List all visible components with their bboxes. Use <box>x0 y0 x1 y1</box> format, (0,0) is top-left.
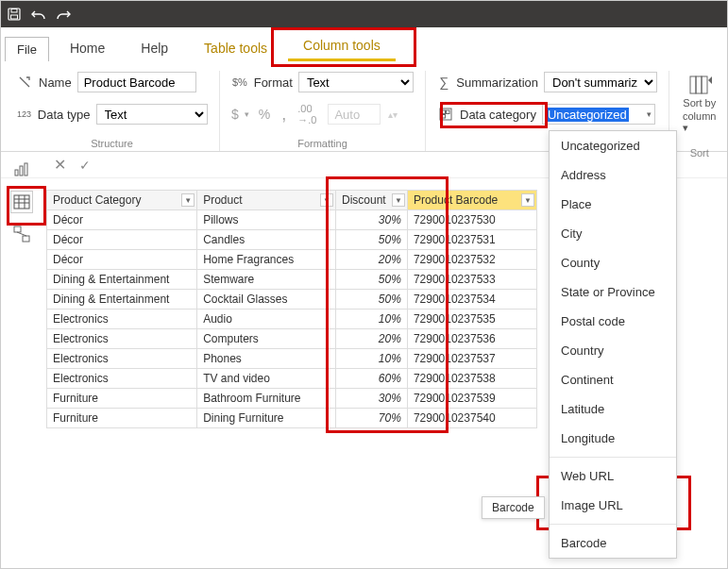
table-cell: 50% <box>336 270 408 290</box>
name-input[interactable] <box>77 72 196 92</box>
redo-icon[interactable] <box>56 7 71 22</box>
dropdown-item[interactable]: Image URL <box>550 491 676 520</box>
table-cell: Electronics <box>47 310 197 329</box>
table-row[interactable]: ElectronicsTV and video60%7290010237538 <box>47 369 537 389</box>
dropdown-item[interactable]: Uncategorized <box>550 131 676 160</box>
format-icon: $% <box>231 74 248 91</box>
column-filter-icon[interactable]: ▼ <box>521 193 534 207</box>
dropdown-item[interactable]: Postal code <box>550 307 676 336</box>
dropdown-item[interactable]: Continent <box>550 365 676 394</box>
table-cell: 10% <box>336 349 408 369</box>
table-row[interactable]: FurnitureDining Furniture70%729001023754… <box>47 409 537 428</box>
table-cell: Dining & Entertainment <box>47 290 197 310</box>
column-filter-icon[interactable]: ▼ <box>320 193 333 207</box>
svg-rect-2 <box>11 15 18 19</box>
table-cell: 20% <box>336 250 408 270</box>
column-header[interactable]: Product Barcode▼ <box>407 191 536 210</box>
summarization-select[interactable]: Don't summarize <box>544 72 657 92</box>
data-view-icon[interactable] <box>10 191 33 213</box>
file-menu[interactable]: File <box>5 37 49 61</box>
dropdown-item[interactable]: State or Province <box>550 277 676 307</box>
table-cell: Stemware <box>197 270 336 290</box>
svg-rect-1 <box>11 9 17 13</box>
dropdown-item-barcode[interactable]: Barcode <box>550 528 676 558</box>
table-row[interactable]: DécorPillows30%7290010237530 <box>47 210 537 230</box>
table-row[interactable]: Dining & EntertainmentCocktail Glasses50… <box>47 290 537 310</box>
svg-rect-0 <box>8 8 20 20</box>
table-cell: Dining & Entertainment <box>47 270 197 290</box>
column-header[interactable]: Discount▼ <box>336 191 408 210</box>
table-row[interactable]: DécorCandles50%7290010237531 <box>47 230 537 250</box>
dropdown-item[interactable]: Country <box>550 336 676 365</box>
svg-rect-10 <box>15 170 18 176</box>
column-header[interactable]: Product▼ <box>197 191 336 210</box>
percent-button[interactable]: % <box>259 107 270 122</box>
dropdown-item[interactable]: Place <box>550 190 676 219</box>
tab-table-tools[interactable]: Table tools <box>189 35 282 61</box>
table-cell: Candles <box>197 230 336 250</box>
comma-button[interactable]: , <box>281 110 286 118</box>
table-row[interactable]: Dining & EntertainmentStemware50%7290010… <box>47 270 537 290</box>
table-cell: 7290010237535 <box>407 310 536 329</box>
summarization-label: Summarization <box>456 75 538 90</box>
currency-button[interactable]: $ <box>231 107 239 122</box>
format-label: Format <box>254 75 293 90</box>
group-sort-label: Sort <box>690 147 709 160</box>
sort-icon <box>686 75 713 95</box>
dropdown-item[interactable]: Latitude <box>550 394 676 424</box>
table-cell: Décor <box>47 230 197 250</box>
tab-column-tools[interactable]: Column tools <box>288 32 396 61</box>
table-cell: 70% <box>336 409 408 428</box>
table-row[interactable]: ElectronicsPhones10%7290010237537 <box>47 349 537 369</box>
sort-by-column-button[interactable]: Sort by column ▾ <box>681 71 718 138</box>
format-select[interactable]: Text <box>298 72 414 92</box>
save-icon[interactable] <box>7 7 22 22</box>
datatype-label: Data type <box>38 108 91 122</box>
datatype-icon: 123 <box>16 106 32 123</box>
formula-commit-icon[interactable]: ✓ <box>79 158 91 173</box>
table-cell: 20% <box>336 329 408 349</box>
table-cell: Furniture <box>47 389 197 409</box>
tab-help[interactable]: Help <box>126 35 183 61</box>
table-row[interactable]: FurnitureBathroom Furniture30%7290010237… <box>47 389 537 409</box>
category-select[interactable]: Uncategorized ▾ <box>542 104 655 125</box>
tab-home[interactable]: Home <box>55 35 120 61</box>
auto-input[interactable] <box>328 104 381 125</box>
table-row[interactable]: DécorHome Fragrances20%7290010237532 <box>47 250 537 270</box>
table-cell: Electronics <box>47 329 197 349</box>
model-view-icon[interactable] <box>10 223 33 245</box>
table-cell: 7290010237537 <box>407 349 536 369</box>
table-cell: Electronics <box>47 369 197 389</box>
table-cell: 50% <box>336 230 408 250</box>
dropdown-item[interactable]: Web URL <box>550 461 676 491</box>
data-table: Product Category▼Product▼Discount▼Produc… <box>46 190 537 428</box>
dropdown-separator <box>550 457 676 458</box>
category-icon <box>437 106 454 123</box>
svg-rect-9 <box>702 76 707 93</box>
report-view-icon[interactable] <box>10 159 33 181</box>
decimal-button[interactable]: .00→.0 <box>297 103 316 126</box>
table-row[interactable]: ElectronicsAudio10%7290010237535 <box>47 310 537 329</box>
category-value: Uncategorized <box>546 108 629 122</box>
formula-discard-icon[interactable]: ✕ <box>54 156 66 174</box>
table-cell: 7290010237536 <box>407 329 536 349</box>
table-row[interactable]: ElectronicsComputers20%7290010237536 <box>47 329 537 349</box>
datatype-select[interactable]: Text <box>96 104 209 125</box>
dropdown-item[interactable]: City <box>550 219 676 248</box>
group-sort: Sort by column ▾ Sort <box>681 71 728 151</box>
group-structure-label: Structure <box>16 138 208 151</box>
column-header[interactable]: Product Category▼ <box>47 191 197 210</box>
table-cell: Dining Furniture <box>197 409 336 428</box>
svg-rect-4 <box>442 110 446 114</box>
undo-icon[interactable] <box>31 7 46 22</box>
dropdown-item[interactable]: Address <box>550 160 676 190</box>
column-filter-icon[interactable]: ▼ <box>181 193 195 207</box>
dropdown-item[interactable]: County <box>550 248 676 277</box>
column-filter-icon[interactable]: ▼ <box>392 193 405 207</box>
dropdown-item[interactable]: Longitude <box>550 424 676 453</box>
svg-rect-8 <box>696 76 702 93</box>
group-formatting-label: Formatting <box>231 138 414 151</box>
table-cell: 30% <box>336 389 408 409</box>
table-cell: 7290010237533 <box>407 270 536 290</box>
table-cell: 30% <box>336 210 408 230</box>
